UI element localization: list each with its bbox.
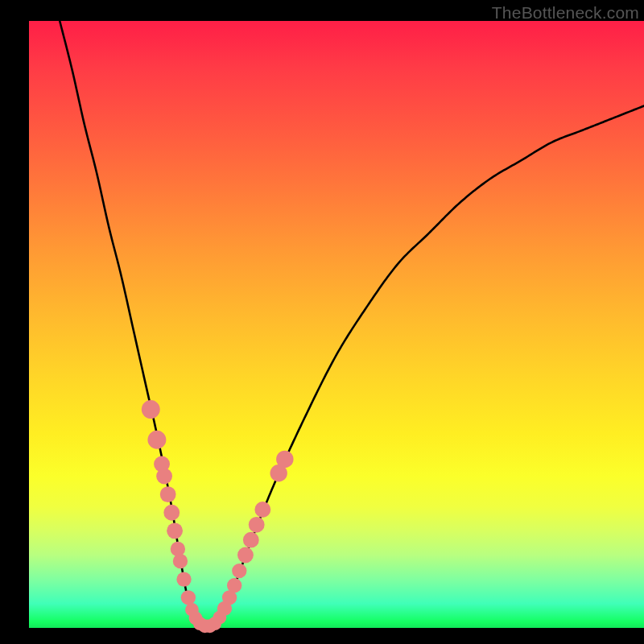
curve-marker bbox=[181, 590, 196, 605]
curve-marker bbox=[249, 517, 265, 533]
bottleneck-curve bbox=[60, 21, 644, 632]
curve-marker bbox=[142, 400, 160, 419]
curve-marker bbox=[173, 554, 188, 568]
curve-marker bbox=[160, 486, 176, 502]
watermark-text: TheBottleneck.com bbox=[492, 3, 639, 23]
curve-marker bbox=[176, 572, 191, 587]
curve-marker bbox=[167, 522, 183, 539]
curve-marker bbox=[147, 431, 166, 449]
curve-marker bbox=[254, 502, 270, 518]
marker-group bbox=[142, 400, 294, 633]
curve-marker bbox=[276, 451, 293, 468]
curve-marker bbox=[156, 469, 172, 485]
chart-frame: TheBottleneck.com bbox=[0, 0, 644, 644]
curve-marker bbox=[243, 532, 259, 548]
bottleneck-curve-svg bbox=[0, 0, 644, 644]
curve-group bbox=[60, 21, 644, 632]
curve-marker bbox=[227, 578, 242, 592]
curve-marker bbox=[171, 542, 185, 556]
curve-marker bbox=[237, 547, 254, 564]
curve-marker bbox=[232, 564, 246, 578]
curve-marker bbox=[163, 505, 180, 521]
